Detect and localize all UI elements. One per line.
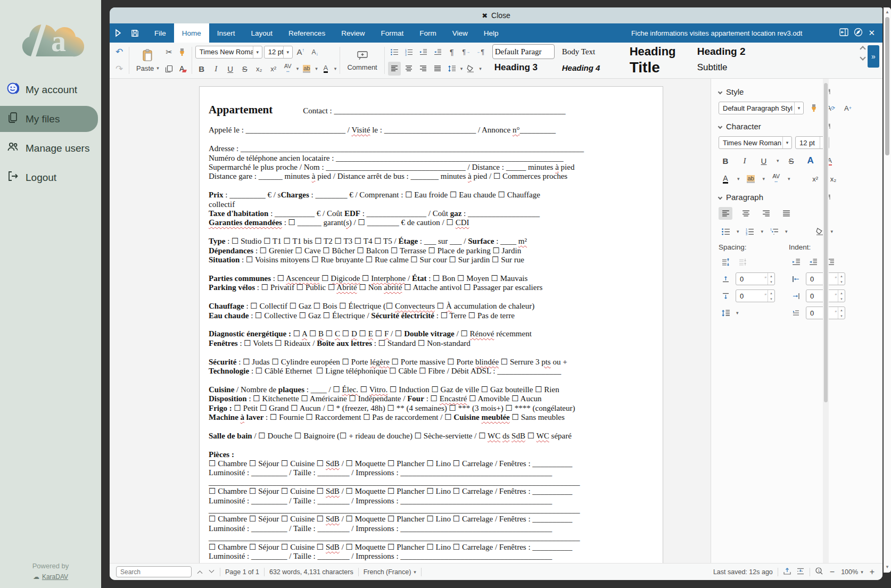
sidebar-item-my-account[interactable]: My account — [0, 77, 101, 103]
paragraph-rtl-button[interactable]: ←¶ — [474, 45, 487, 59]
language-selector[interactable]: French (France)▾ — [364, 568, 416, 576]
sidebar-char-spacing-button[interactable]: AV↔ — [769, 172, 783, 185]
sidebar-toggle-icon[interactable] — [839, 28, 848, 38]
tab-references[interactable]: References — [280, 23, 333, 43]
clear-formatting-button[interactable]: A — [176, 62, 188, 76]
comment-button[interactable]: Comment — [343, 44, 381, 77]
document-page[interactable]: AppartementContact : ___________________… — [199, 86, 663, 563]
sidebar-item-manage-users[interactable]: Manage users — [0, 135, 101, 161]
spacing-below-field[interactable]: 0″▲▼ — [736, 289, 775, 302]
sidebar-align-right-button[interactable] — [759, 207, 773, 220]
expand-toolbar-icon[interactable] — [110, 23, 127, 43]
sidebar-strikethrough-button[interactable]: S — [785, 154, 798, 167]
style-preview-h2[interactable]: Heading 2 — [695, 46, 757, 57]
zoom-reset-icon[interactable]: 1 — [815, 567, 823, 577]
cut-button[interactable]: ✂ — [163, 45, 176, 59]
zoom-level-selector[interactable]: 100%▾ — [841, 568, 863, 576]
sidebar-item-my-files[interactable]: My files — [0, 106, 98, 132]
toolbar-scroll-up-icon[interactable] — [860, 46, 865, 52]
spacing-above-down-icon[interactable]: ▼ — [770, 280, 773, 284]
sidebar-underline-button[interactable]: U — [757, 154, 771, 167]
sidebar-font-color-button[interactable]: A — [719, 172, 732, 185]
spacing-above-up-icon[interactable]: ▲ — [770, 275, 773, 278]
paste-caret-icon[interactable]: ▾ — [156, 65, 159, 71]
bold-button[interactable]: B — [195, 62, 208, 76]
collapse-style-icon[interactable] — [718, 89, 722, 94]
zoom-out-button[interactable]: − — [828, 567, 836, 577]
numbered-list-button[interactable]: 123 — [402, 45, 415, 59]
clone-formatting-sidebar-button[interactable] — [807, 102, 821, 114]
tab-layout[interactable]: Layout — [243, 23, 281, 43]
font-size-combobox[interactable]: 12 pt▾ — [264, 46, 293, 59]
search-input[interactable] — [116, 566, 192, 577]
style-preview-default[interactable]: Default Paragr — [492, 44, 555, 59]
sidebar-highlight-button[interactable]: ab — [744, 172, 758, 185]
style-preview-sub[interactable]: Subtitle — [695, 62, 757, 73]
sidebar-superscript-button[interactable]: x² — [808, 172, 822, 185]
toolbar-scroll-down-icon[interactable] — [860, 54, 865, 60]
font-name-combobox[interactable]: Times New Roman▾ — [195, 46, 262, 59]
font-name-caret-icon[interactable]: ▾ — [253, 46, 262, 58]
font-color-button[interactable]: A — [319, 62, 332, 76]
sidebar-numbered-list-button[interactable]: 123 — [743, 225, 757, 238]
window-close-icon[interactable]: ✕ — [868, 28, 875, 38]
paragraph-style-caret-icon[interactable]: ▾ — [794, 102, 803, 114]
sidebar-font-name-combobox[interactable]: Times New Roman▾ — [719, 136, 792, 149]
document-viewport[interactable]: AppartementContact : ___________________… — [110, 79, 711, 563]
redo-button[interactable]: ↷ — [113, 62, 126, 76]
sidebar-outline-button[interactable]: 1 — [767, 225, 781, 238]
collapse-paragraph-icon[interactable] — [718, 195, 722, 199]
font-size-caret-icon[interactable]: ▾ — [283, 46, 292, 58]
sidebar-item-logout[interactable]: Logout — [0, 164, 101, 191]
tab-format[interactable]: Format — [373, 23, 411, 43]
line-spacing-button[interactable] — [446, 62, 458, 76]
sidebar-bullet-list-button[interactable] — [719, 225, 732, 238]
browser-scrollbar-thumb[interactable] — [885, 17, 889, 155]
collapse-character-icon[interactable] — [718, 124, 722, 128]
superscript-button[interactable]: x² — [267, 62, 280, 76]
scrollbar-down-icon[interactable]: ▼ — [884, 565, 891, 569]
underline-button[interactable]: U — [224, 62, 237, 76]
document-scrollbar-thumb[interactable] — [824, 83, 828, 402]
style-preview-title[interactable]: Title — [628, 59, 690, 76]
paragraph-style-combobox[interactable]: Default Paragraph Styl▾ — [719, 102, 804, 114]
sidebar-decrease-indent-button[interactable] — [806, 255, 820, 268]
page-break-icon[interactable] — [796, 567, 805, 577]
document-scrollbar[interactable] — [823, 79, 829, 563]
increase-indent-button[interactable] — [417, 45, 430, 59]
style-preview-h1[interactable]: Heading — [628, 45, 690, 59]
sidebar-line-spacing-caret-icon[interactable]: ▾ — [736, 310, 739, 316]
close-document-button[interactable]: ✖ Close — [110, 7, 882, 23]
paragraph-section-header[interactable]: Paragraph — [719, 193, 832, 202]
toolbar-overflow-button[interactable]: » — [868, 45, 879, 68]
align-right-button[interactable] — [417, 62, 430, 76]
sidebar-line-spacing-button[interactable] — [719, 307, 732, 319]
scrollbar-up-icon[interactable]: ▲ — [884, 7, 891, 14]
font-color-caret-icon[interactable]: ▾ — [334, 66, 337, 71]
undo-button[interactable]: ↶ — [113, 45, 126, 59]
paragraph-background-caret-icon[interactable]: ▾ — [479, 66, 482, 71]
sidebar-increase-indent-button[interactable] — [789, 255, 803, 268]
character-section-header[interactable]: Character — [719, 122, 832, 131]
copy-button[interactable] — [163, 62, 176, 76]
sidebar-align-center-button[interactable] — [739, 207, 753, 220]
shrink-font-button[interactable]: A↓ — [309, 45, 321, 59]
sidebar-bold-button[interactable]: B — [719, 154, 732, 167]
tab-help[interactable]: Help — [476, 23, 507, 43]
tab-file[interactable]: File — [146, 23, 174, 43]
browser-scrollbar[interactable]: ▲ ▼ — [884, 7, 891, 573]
sidebar-grow-font-button[interactable]: A — [804, 154, 818, 167]
style-preview-body[interactable]: Body Text — [560, 47, 622, 56]
paste-button[interactable]: Paste▾ — [133, 44, 163, 77]
style-preview-h3[interactable]: Heading 3 — [492, 62, 555, 73]
character-spacing-button[interactable]: AV↔ — [282, 62, 294, 76]
decrease-indent-button[interactable] — [431, 45, 444, 59]
line-spacing-caret-icon[interactable]: ▾ — [460, 66, 463, 71]
new-style-button[interactable]: A+ — [841, 102, 855, 114]
align-justify-button[interactable] — [431, 62, 444, 76]
subscript-button[interactable]: x₂ — [253, 62, 266, 76]
formatting-marks-button[interactable]: ¶ — [446, 45, 458, 59]
save-upload-icon[interactable] — [783, 567, 791, 577]
paragraph-background-button[interactable] — [464, 62, 477, 76]
align-center-button[interactable] — [402, 62, 415, 76]
